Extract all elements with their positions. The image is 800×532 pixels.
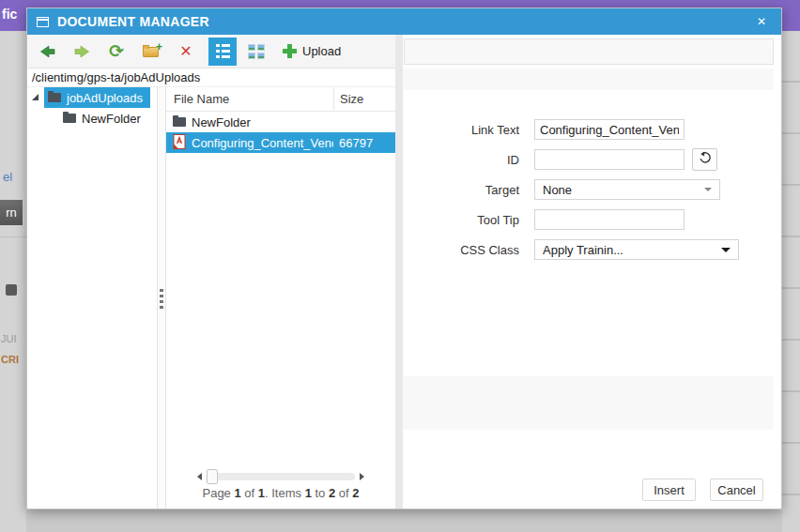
properties-panel: Link Text ID Target Non	[403, 35, 781, 509]
tool-tip-label: Tool Tip	[403, 213, 519, 227]
column-header-size[interactable]: Size	[333, 87, 395, 111]
browser-region: ⟳ + ✕ Up	[27, 35, 395, 509]
pager-status: Page 1 of 1. Items 1 to 2 of 2	[166, 486, 395, 500]
folder-icon	[63, 114, 76, 123]
target-dropdown[interactable]: None	[534, 179, 720, 200]
link-properties-form: Link Text ID Target Non	[403, 119, 774, 269]
background-divider	[0, 236, 26, 237]
chevron-down-icon	[721, 248, 731, 252]
window-icon	[37, 17, 49, 27]
panel-divider	[395, 35, 403, 509]
refresh-button[interactable]: ⟳	[104, 38, 129, 65]
file-list-panel: File Name Size NewFolder	[166, 87, 395, 509]
link-text-input[interactable]	[534, 119, 685, 140]
css-class-label: CSS Class	[403, 243, 519, 257]
new-folder-icon: +	[143, 45, 160, 57]
tree-node-jobaduploads[interactable]: jobAdUploads	[27, 87, 157, 108]
id-label: ID	[403, 153, 519, 167]
tree-node-newfolder[interactable]: NewFolder	[27, 108, 157, 129]
pdf-file-icon	[173, 134, 186, 152]
css-class-dropdown[interactable]: Apply Trainin...	[534, 239, 739, 260]
list-view-button[interactable]	[208, 38, 237, 66]
properties-header-strip	[403, 68, 774, 90]
background-button-fragment: rn	[0, 200, 23, 225]
refresh-icon: ⟳	[109, 42, 124, 60]
scroll-left-icon[interactable]	[197, 473, 202, 480]
background-link-fragment: el	[3, 170, 12, 184]
folder-tree: jobAdUploads NewFolder	[27, 87, 157, 509]
background-label-2: CRI	[1, 354, 19, 365]
properties-footer-strip	[403, 376, 774, 430]
folder-icon	[48, 93, 61, 102]
rotate-icon	[698, 151, 712, 169]
insert-button[interactable]: Insert	[642, 479, 696, 501]
delete-x-icon: ✕	[179, 44, 192, 59]
thumbnail-view-icon	[248, 44, 265, 59]
file-row-pdf[interactable]: Configuring_Content_Vendo 66797	[166, 132, 395, 153]
new-folder-button[interactable]: +	[139, 38, 163, 65]
forward-button[interactable]	[69, 38, 94, 65]
current-path: /clientimg/gps-ta/jobAdUploads	[27, 68, 395, 87]
dialog-title: DOCUMENT MANAGER	[57, 14, 209, 29]
forward-arrow-icon	[74, 45, 90, 58]
back-button[interactable]	[35, 38, 59, 65]
cancel-button[interactable]: Cancel	[710, 479, 763, 501]
thumbnail-view-button[interactable]	[244, 38, 269, 66]
tree-expander-icon[interactable]	[32, 94, 38, 100]
horizontal-scrollbar	[166, 473, 395, 480]
generate-id-button[interactable]	[692, 148, 717, 171]
upload-button[interactable]: Upload	[283, 44, 341, 58]
background-left-edge: el rn JUI CRI	[0, 31, 26, 532]
close-icon[interactable]: ✕	[751, 13, 772, 30]
scrollbar-thumb[interactable]	[207, 469, 218, 484]
document-manager-dialog: DOCUMENT MANAGER ✕ ⟳ +	[26, 8, 782, 509]
background-header-text: fic	[2, 7, 17, 22]
background-small-icon	[6, 284, 17, 296]
scroll-right-icon[interactable]	[360, 473, 364, 480]
file-row-newfolder[interactable]: NewFolder	[166, 112, 395, 132]
column-header-file-name[interactable]: File Name	[166, 87, 333, 111]
folder-icon	[173, 117, 186, 127]
link-text-label: Link Text	[403, 123, 519, 137]
tool-tip-input[interactable]	[534, 209, 685, 230]
toolbar: ⟳ + ✕ Up	[27, 35, 395, 68]
panel-splitter[interactable]	[157, 87, 166, 509]
upload-label: Upload	[302, 44, 341, 58]
background-label-1: JUI	[1, 333, 17, 344]
splitter-grip-icon	[160, 289, 163, 311]
browser-content: jobAdUploads NewFolder File Name	[27, 87, 395, 509]
back-arrow-icon	[39, 45, 55, 58]
delete-button[interactable]: ✕	[174, 38, 198, 65]
chevron-down-icon	[704, 188, 712, 191]
target-label: Target	[403, 183, 519, 197]
upload-plus-icon	[283, 44, 297, 58]
dialog-titlebar[interactable]: DOCUMENT MANAGER ✕	[27, 8, 781, 35]
scrollbar-track[interactable]	[207, 473, 355, 480]
background-right-edge	[782, 31, 800, 532]
id-input[interactable]	[534, 149, 685, 170]
properties-toolbar-area	[404, 38, 774, 65]
list-view-icon	[216, 44, 230, 58]
file-list-header: File Name Size	[166, 87, 395, 112]
